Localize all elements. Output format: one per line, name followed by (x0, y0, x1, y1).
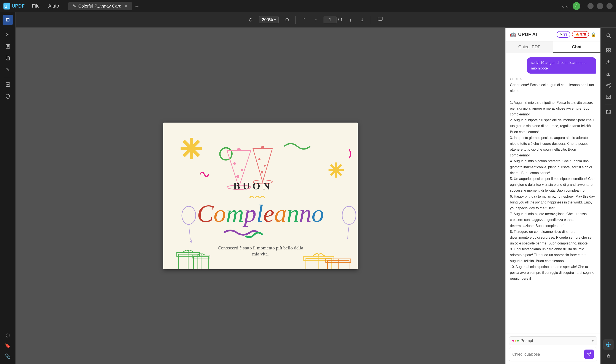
app-logo: U UPDF (3, 3, 25, 10)
sidebar-item-bookmark[interactable]: 🔖 (3, 341, 13, 351)
svg-point-17 (233, 162, 236, 165)
right-robot-icon[interactable] (603, 351, 614, 361)
maximize-button[interactable]: □ (597, 3, 603, 9)
svg-rect-54 (609, 51, 610, 52)
tab-add-button[interactable]: ＋ (134, 2, 140, 10)
right-ai-icon[interactable] (603, 339, 614, 350)
prompt-text: Prompt (520, 338, 533, 343)
ai-header: 🤖 UPDF AI ☀ 99 🔥 978 🔒 (506, 28, 601, 41)
prompt-dots (512, 340, 519, 342)
svg-text:Conoscerti è stato il momento : Conoscerti è stato il momento più bello … (218, 245, 303, 250)
purple-credit-badge: ☀ 99 (557, 31, 570, 38)
page-input[interactable] (324, 16, 337, 23)
right-save-icon[interactable] (603, 107, 614, 117)
svg-point-23 (264, 165, 266, 167)
svg-text:U: U (4, 4, 7, 9)
sidebar-item-annotate[interactable] (3, 41, 13, 52)
svg-text:Compleanno: Compleanno (197, 200, 324, 227)
next-page-button[interactable]: ↓ (347, 16, 354, 24)
svg-rect-62 (608, 110, 609, 111)
birthday-card-svg: BUON Compleanno (163, 123, 358, 269)
sidebar-item-protect[interactable] (3, 91, 13, 101)
minimize-button[interactable]: ─ (588, 3, 594, 9)
sidebar-item-home[interactable]: ⊞ (3, 15, 13, 25)
close-button[interactable]: ✕ (606, 3, 613, 9)
app-body: ⊞ ✂ ✎ ⬡ 🔖 📎 ⊖ 200% ▾ ⊕ (0, 12, 616, 364)
menu-file[interactable]: File (28, 2, 43, 10)
svg-rect-7 (7, 57, 10, 60)
ai-logo-icon: 🤖 (510, 31, 516, 38)
menu-help[interactable]: Aiuto (44, 2, 63, 10)
prev-page-button[interactable]: ↑ (313, 16, 319, 24)
svg-rect-60 (606, 95, 611, 99)
svg-point-19 (236, 175, 239, 178)
user-avatar[interactable]: J (573, 2, 580, 10)
tab-close-button[interactable]: ✕ (124, 4, 128, 8)
svg-point-20 (261, 146, 264, 149)
pdf-canvas-area[interactable]: BUON Compleanno (15, 28, 506, 364)
comment-button[interactable] (375, 15, 385, 25)
right-export-icon[interactable] (603, 57, 614, 67)
user-message: scrivi 10 auguri di compleanno per mio n… (527, 57, 596, 74)
ai-logo-text: UPDF AI (518, 32, 537, 37)
sidebar-divider-1 (4, 27, 11, 27)
zoom-dropdown-icon[interactable]: ▾ (274, 18, 276, 22)
tab-icon: ✎ (73, 3, 76, 9)
ai-messages[interactable]: scrivi 10 auguri di compleanno per mio n… (506, 53, 601, 334)
right-share-icon[interactable] (603, 80, 614, 91)
page-separator: / (338, 17, 339, 22)
ai-message-block: UPDF AI Certamente! Ecco dieci auguri di… (510, 77, 596, 281)
svg-text:BUON: BUON (233, 181, 273, 192)
ai-input-area: Prompt ▾ (506, 334, 601, 364)
svg-point-15 (237, 148, 241, 151)
sidebar-item-clip[interactable]: 📎 (3, 351, 13, 361)
svg-point-66 (607, 356, 608, 357)
tab-chat[interactable]: Chat (553, 41, 601, 53)
sidebar-item-pen[interactable]: ✎ (3, 65, 13, 75)
toolbar: ⊖ 200% ▾ ⊕ ⤒ ↑ / 1 ↓ ⤓ (15, 12, 616, 28)
ai-panel: 🤖 UPDF AI ☀ 99 🔥 978 🔒 (506, 28, 601, 364)
toolbar-divider-1 (295, 16, 296, 24)
zoom-value: 200% (262, 17, 273, 22)
right-sidebar (601, 28, 616, 364)
sidebar-item-edit[interactable]: ✂ (3, 30, 13, 40)
chat-input[interactable] (512, 352, 582, 357)
first-page-button[interactable]: ⤒ (300, 16, 308, 24)
sun-icon: ☀ (560, 32, 563, 37)
chevron-down-icon[interactable]: ▾ (592, 338, 594, 343)
sidebar-item-layers[interactable]: ⬡ (3, 330, 13, 341)
toolbar-divider-2 (371, 16, 371, 24)
dot-pink (512, 340, 514, 342)
ai-logo: 🤖 UPDF AI (510, 31, 537, 38)
prompt-bar[interactable]: Prompt ▾ (509, 336, 597, 345)
svg-point-24 (261, 171, 263, 173)
tab-chiedi-pdf[interactable]: Chiedi PDF (506, 41, 553, 53)
right-pages-icon[interactable] (603, 45, 614, 55)
svg-rect-53 (606, 51, 608, 52)
lock-icon[interactable]: 🔒 (591, 32, 596, 37)
right-import-icon[interactable] (603, 68, 614, 79)
chat-input-row (509, 347, 597, 361)
sidebar-item-pages[interactable] (3, 53, 13, 63)
page-total: 1 (340, 17, 343, 22)
zoom-out-button[interactable]: ⊖ (246, 16, 255, 24)
send-button[interactable] (584, 350, 594, 359)
menu-bar: File Aiuto (28, 2, 63, 10)
right-mail-icon[interactable] (603, 92, 614, 102)
last-page-button[interactable]: ⤓ (358, 16, 366, 24)
sidebar-bottom: ⬡ 🔖 📎 (3, 330, 13, 361)
right-sidebar-bottom (603, 339, 614, 361)
svg-line-59 (608, 84, 609, 85)
right-divider-2 (605, 104, 612, 104)
right-search-icon[interactable] (603, 30, 614, 40)
svg-point-67 (609, 356, 610, 357)
svg-line-58 (608, 86, 609, 87)
tab-title: Colorful P...thday Card (78, 4, 122, 9)
tab-current[interactable]: ✎ Colorful P...thday Card ✕ (68, 2, 132, 10)
svg-point-18 (241, 169, 243, 171)
sidebar-item-form[interactable] (3, 79, 13, 90)
zoom-in-button[interactable]: ⊕ (283, 16, 291, 24)
collapse-icon[interactable]: ⌄⌄ (561, 3, 569, 9)
ai-tabs: Chiedi PDF Chat (506, 41, 601, 53)
svg-rect-52 (609, 48, 610, 51)
